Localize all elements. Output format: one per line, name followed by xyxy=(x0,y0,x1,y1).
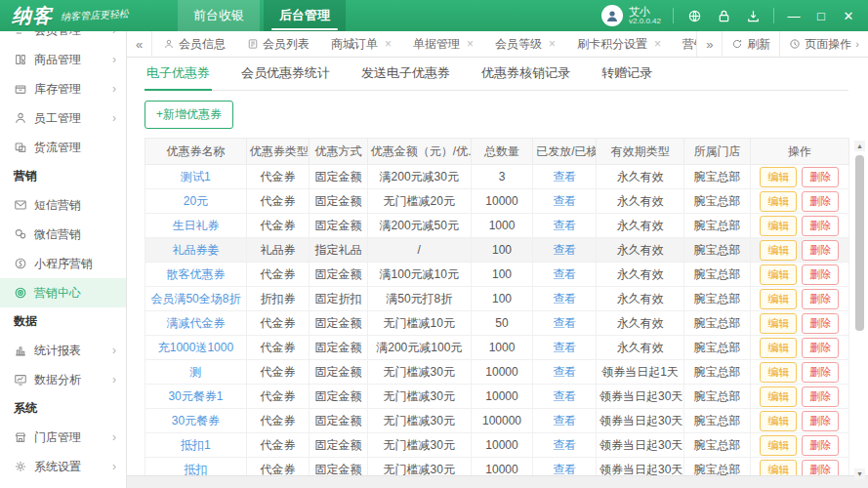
edit-button[interactable]: 编辑 xyxy=(760,289,797,309)
tab-member-level[interactable]: 会员等级× xyxy=(484,31,566,57)
coupon-name-link[interactable]: 会员满50全场8折 xyxy=(150,292,240,305)
delete-button[interactable]: 删除 xyxy=(802,191,839,212)
view-link[interactable]: 查看 xyxy=(553,267,576,281)
edit-button[interactable]: 编辑 xyxy=(760,362,797,383)
coupon-name-link[interactable]: 生日礼券 xyxy=(172,219,219,232)
coupon-name-link[interactable]: 散客优惠券 xyxy=(166,267,225,281)
close-icon[interactable]: × xyxy=(385,37,392,51)
user-box[interactable]: 艾小 v2.0.0.42 xyxy=(601,5,661,26)
tab-card-points[interactable]: 刷卡积分设置× xyxy=(566,31,672,57)
view-link[interactable]: 查看 xyxy=(553,170,576,183)
coupon-name-link[interactable]: 抵扣 xyxy=(184,463,207,476)
sidebar-item-analysis[interactable]: 数据分析› xyxy=(0,365,126,394)
edit-button[interactable]: 编辑 xyxy=(760,264,797,285)
chevron-right-icon: › xyxy=(112,111,116,125)
sidebar-item-store[interactable]: 门店管理› xyxy=(0,423,126,452)
edit-button[interactable]: 编辑 xyxy=(760,240,797,261)
edit-button[interactable]: 编辑 xyxy=(760,313,797,334)
sidebar-item-marketing-center[interactable]: 营销中心 xyxy=(0,278,126,307)
coupon-name-link[interactable]: 抵扣1 xyxy=(181,438,211,452)
subtab-send-e-coupon[interactable]: 发送电子优惠券 xyxy=(359,57,452,90)
edit-button[interactable]: 编辑 xyxy=(760,386,797,407)
tab-doc-manage[interactable]: 单据管理× xyxy=(402,31,484,57)
edit-button[interactable]: 编辑 xyxy=(760,411,797,431)
delete-button[interactable]: 删除 xyxy=(802,411,839,431)
delete-button[interactable]: 删除 xyxy=(802,167,839,187)
tab-mall-orders[interactable]: 商城订单× xyxy=(320,31,402,57)
edit-button[interactable]: 编辑 xyxy=(760,338,797,358)
subtab-member-coupon-stats[interactable]: 会员优惠券统计 xyxy=(239,57,332,90)
view-link[interactable]: 查看 xyxy=(553,292,576,305)
view-link[interactable]: 查看 xyxy=(553,414,576,427)
edit-button[interactable]: 编辑 xyxy=(760,435,797,456)
delete-button[interactable]: 删除 xyxy=(802,216,839,236)
sidebar-item-sms[interactable]: 短信营销 xyxy=(0,190,126,220)
topnav-tab-0[interactable]: 前台收银 xyxy=(178,0,260,31)
refresh-button[interactable]: 刷新 xyxy=(722,31,779,57)
minimize-button[interactable]: — xyxy=(786,9,802,23)
tab-member-info[interactable]: 会员信息 xyxy=(152,31,236,57)
coupon-name-link[interactable]: 礼品券姜 xyxy=(172,243,219,257)
topnav-tab-1[interactable]: 后台管理 xyxy=(264,0,346,31)
view-link[interactable]: 查看 xyxy=(553,438,576,452)
sidebar-item-member[interactable]: 会员管理› xyxy=(0,31,126,45)
view-link[interactable]: 查看 xyxy=(553,463,576,476)
scroll-down-arrow-icon[interactable]: ▼ xyxy=(854,468,865,479)
view-link[interactable]: 查看 xyxy=(553,365,576,379)
scroll-up-arrow-icon[interactable]: ▲ xyxy=(854,141,865,151)
sidebar-item-settings[interactable]: 系统设置› xyxy=(0,452,126,481)
subtab-transfer-log[interactable]: 转赠记录 xyxy=(599,57,654,90)
sidebar-item-miniprogram[interactable]: 小程序营销 xyxy=(0,249,126,278)
delete-button[interactable]: 删除 xyxy=(802,386,839,407)
delete-button[interactable]: 删除 xyxy=(802,289,839,309)
edit-button[interactable]: 编辑 xyxy=(760,191,797,212)
delete-button[interactable]: 删除 xyxy=(802,313,839,334)
sidebar-item-wechat[interactable]: 微信营销 xyxy=(0,220,126,249)
view-link[interactable]: 查看 xyxy=(553,389,576,403)
close-button[interactable]: ✕ xyxy=(841,9,856,23)
close-icon[interactable]: × xyxy=(654,37,661,51)
download-icon[interactable] xyxy=(744,7,762,24)
lock-icon[interactable] xyxy=(715,7,732,24)
delete-button[interactable]: 删除 xyxy=(802,264,839,285)
sidebar-item-logistics[interactable]: 货流管理 xyxy=(0,133,126,162)
delete-button[interactable]: 删除 xyxy=(802,362,839,383)
vertical-scrollbar[interactable]: ▲ ▼ xyxy=(854,141,865,479)
sidebar-item-report[interactable]: 统计报表› xyxy=(0,336,126,365)
add-coupon-button[interactable]: +新增优惠券 xyxy=(145,101,233,129)
view-link[interactable]: 查看 xyxy=(553,316,576,330)
coupon-name-link[interactable]: 满减代金券 xyxy=(166,316,225,330)
tab-scroll-right[interactable]: » xyxy=(696,31,722,57)
sidebar-item-inventory[interactable]: 库存管理› xyxy=(0,74,126,103)
close-icon[interactable]: × xyxy=(549,37,556,51)
tab-scroll-left[interactable]: « xyxy=(127,31,152,57)
maximize-button[interactable]: □ xyxy=(813,9,829,23)
page-ops-button[interactable]: 页面操作 › xyxy=(779,31,868,57)
globe-icon[interactable] xyxy=(685,7,703,24)
subtab-coupon-redeem-log[interactable]: 优惠券核销记录 xyxy=(479,57,572,90)
scrollbar-thumb[interactable] xyxy=(855,155,864,331)
coupon-name-link[interactable]: 30元餐券 xyxy=(172,414,220,427)
subtab-e-coupon[interactable]: 电子优惠券 xyxy=(145,57,212,90)
coupon-name-link[interactable]: 测 xyxy=(189,365,201,379)
sidebar-item-staff[interactable]: 员工管理› xyxy=(0,103,126,133)
delete-button[interactable]: 删除 xyxy=(802,338,839,358)
view-link[interactable]: 查看 xyxy=(553,243,576,257)
sidebar-item-product[interactable]: 商品管理› xyxy=(0,45,126,74)
edit-button[interactable]: 编辑 xyxy=(760,167,797,187)
edit-button[interactable]: 编辑 xyxy=(760,216,797,236)
coupon-name-link[interactable]: 30元餐券1 xyxy=(168,389,223,403)
delete-button[interactable]: 删除 xyxy=(802,435,839,456)
view-link[interactable]: 查看 xyxy=(553,219,576,232)
coupon-name-link[interactable]: 充1000送1000 xyxy=(158,341,233,354)
coupon-name-link[interactable]: 20元 xyxy=(184,194,208,208)
tab-marketing-center[interactable]: 营销中心× xyxy=(672,31,696,57)
page-ops-label: 页面操作 xyxy=(805,36,851,53)
close-icon[interactable]: × xyxy=(467,37,474,51)
view-link[interactable]: 查看 xyxy=(553,194,576,208)
view-link[interactable]: 查看 xyxy=(553,341,576,354)
coupon-name-link[interactable]: 测试1 xyxy=(181,170,211,183)
tab-member-list[interactable]: 会员列表 xyxy=(236,31,320,57)
tab-label: 会员信息 xyxy=(179,36,226,53)
delete-button[interactable]: 删除 xyxy=(802,240,839,261)
